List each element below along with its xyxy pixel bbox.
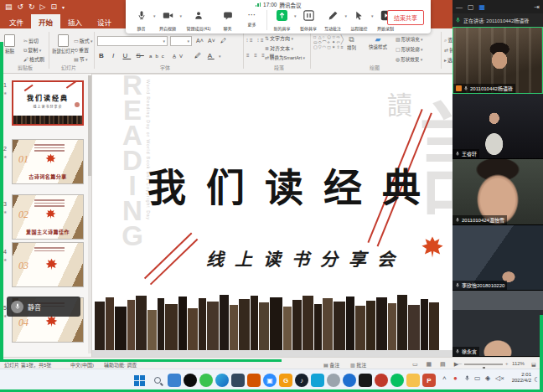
quick-styles-button[interactable]: ▰ 快速样式 [369, 35, 387, 50]
shape-outline-button[interactable]: ▢形状轮廓 ▾ [396, 46, 423, 53]
bullet-list-buttons[interactable]: ⁝≡ ⁝≡ [246, 37, 265, 43]
wecom-icon[interactable] [390, 374, 404, 387]
zoom-percentage[interactable]: 112% [512, 361, 525, 366]
qat-dropdown-icon[interactable]: ▾ [62, 4, 65, 10]
gallery-app-icon[interactable] [327, 374, 340, 387]
remote-control-button[interactable]: 远程操控 [347, 9, 371, 31]
smartart-button[interactable]: ⇄转换为SmartArt ▾ [265, 54, 305, 61]
slide-subtitle[interactable]: 线上读书分享会 [206, 245, 406, 271]
zoom-slider[interactable] [464, 364, 503, 365]
new-share-button[interactable]: 新的共享 [270, 9, 294, 31]
game-center-icon[interactable]: G [279, 374, 292, 387]
tray-volume-icon[interactable]: ◁× [495, 374, 504, 382]
participant-label: 徐永言 [452, 347, 479, 356]
comments-toggle[interactable]: ▥ 批注 [350, 361, 366, 369]
language-indicator[interactable]: 中文(中国) [70, 361, 94, 369]
font-style-buttons[interactable]: B I U S abc A̲V [99, 52, 186, 59]
reset-button[interactable]: ⟲重置 [74, 46, 89, 54]
font-size-select[interactable]: ▾ [170, 36, 192, 46]
scrollbar-thumb[interactable] [88, 75, 91, 176]
active-app-indicator [411, 389, 416, 391]
font-color-buttons[interactable]: 🖉 A ▾ [194, 52, 223, 59]
slide-thumbnail-3[interactable]: 02 爱国主义诗篇佳作 [12, 194, 84, 240]
participant-video-2[interactable]: 王睿轩 [452, 94, 543, 160]
search-icon[interactable] [151, 374, 164, 387]
red-diagonal-lines [142, 230, 209, 297]
copy-button[interactable]: ⧉复制 ▾ [23, 46, 41, 54]
file-explorer-icon[interactable] [406, 374, 420, 387]
participant-video-5[interactable]: 徐永言 [452, 291, 543, 357]
tencent-meeting-icon[interactable]: ▣ [263, 374, 277, 387]
save-icon[interactable]: ▤ [5, 3, 13, 11]
participant-video-3[interactable]: 2011010424温怡雪 [452, 159, 543, 225]
arrange-button[interactable]: ⧉ 排列 [347, 35, 356, 51]
grow-font-icon[interactable]: A˄ [196, 38, 204, 44]
manage-members-button[interactable]: 管理成员(41) [182, 9, 215, 31]
font-name-select[interactable]: ▾ [97, 36, 168, 46]
taskbar-clock[interactable]: 2:01 2022/4/2 [512, 372, 531, 384]
layout-icon[interactable]: ▢ [468, 3, 474, 11]
minimize-icon[interactable]: — [456, 3, 463, 11]
security-app-icon[interactable] [231, 374, 245, 387]
tray-expand-icon[interactable]: ˄ [442, 374, 447, 382]
undo-icon[interactable]: ↺ [18, 3, 24, 11]
tray-recording-icon[interactable]: ● [453, 374, 458, 382]
format-painter-button[interactable]: 🖌格式刷 [23, 55, 44, 63]
text-direction-button[interactable]: ⇅文字方向 ▾ [265, 34, 293, 42]
wechat-icon[interactable] [199, 374, 213, 387]
slideshow-icon[interactable]: ▷ [40, 3, 46, 11]
section-button[interactable]: ▤节 ▾ [74, 55, 88, 63]
chat-button[interactable]: 聊天 [215, 9, 240, 31]
thumbnail-scrollbar[interactable] [88, 75, 91, 353]
end-share-button[interactable]: 结束共享 [387, 10, 424, 25]
cut-button[interactable]: ✂剪切 [23, 37, 39, 44]
slide-thumbnail-2[interactable]: 01 古诗词名篇分享 [12, 139, 84, 184]
more-button[interactable]: ⋯ 更多 [240, 9, 264, 27]
task-view-icon[interactable] [168, 374, 181, 387]
accessibility-status[interactable]: 辅助功能: 调查 [104, 361, 137, 369]
tray-mic-icon[interactable] [464, 374, 470, 384]
paste-button[interactable]: 粘贴 [4, 34, 15, 54]
shapes-gallery[interactable]: □△○⬠☆⇨╲ ▭◇⌒⟡✦⇦╱ ▢▽◠◻✶⇧≡ [313, 35, 344, 49]
office-icon[interactable] [247, 374, 261, 387]
new-slide-button[interactable]: 新建幻灯片 [52, 34, 75, 54]
notification-center-icon[interactable]: ☾ [534, 376, 540, 384]
shape-fill-button[interactable]: ▨形状填充 ▾ [396, 36, 423, 43]
slide-title[interactable]: 我们读经典 [147, 157, 441, 212]
layout-button[interactable]: ▭版式 ▾ [74, 37, 93, 44]
edge-icon[interactable] [215, 374, 229, 387]
slide-canvas[interactable]: R E A D I N G World Reading Day or World… [92, 74, 452, 357]
z-app-icon[interactable] [359, 374, 372, 387]
slide-thumbnail-4[interactable]: 03 [12, 242, 84, 287]
start-video-button[interactable]: 开启视频 [156, 9, 180, 31]
qq-icon[interactable] [184, 374, 197, 387]
present-icon[interactable]: ⊡ [51, 3, 58, 11]
redo-icon[interactable]: ↻ [28, 3, 35, 11]
annotation-button[interactable]: 互动批注 [321, 9, 345, 31]
shape-effects-button[interactable]: ◍形状效果 ▾ [396, 56, 422, 63]
collapse-panel-icon[interactable]: ⇥ [534, 3, 540, 11]
view-mode-buttons[interactable]: ▭ ▦ ▤ ▶ [412, 361, 462, 368]
cloud-app-icon[interactable] [311, 374, 324, 387]
align-text-button[interactable]: ≣对齐文本 ▾ [265, 44, 293, 52]
participant-video-1[interactable]: 2011010442杨语锋 [452, 27, 543, 94]
tray-display-icon[interactable]: ▭ [474, 374, 481, 382]
participant-video-4[interactable]: 李欣怡2018010220 [452, 225, 543, 291]
powerpoint-icon[interactable]: P [422, 374, 436, 387]
mute-button[interactable]: 静音 [129, 9, 153, 31]
zoom-in-button[interactable]: + [505, 361, 509, 366]
netease-music-icon[interactable] [375, 374, 388, 387]
clear-format-icon[interactable]: 🖍 [220, 38, 226, 44]
start-button[interactable] [132, 374, 146, 387]
shrink-font-icon[interactable]: A˅ [208, 38, 215, 44]
fit-to-window-icon[interactable]: ⬓ [531, 361, 536, 367]
notes-toggle[interactable]: ▤ 备注 [323, 361, 339, 369]
zoom-out-button[interactable]: — [457, 361, 462, 366]
grid-view-icon[interactable]: ▦ [479, 3, 486, 11]
browser-app-icon[interactable] [343, 374, 356, 387]
slide-thumbnail-1[interactable]: 我们读经典 线上读书分享会 [12, 80, 84, 126]
music-app-icon[interactable]: ♪ [295, 374, 308, 387]
tray-network-icon[interactable]: ◈ [485, 374, 490, 382]
pause-share-button[interactable]: 暂停共享 [297, 9, 321, 31]
thumb1-redline [24, 85, 34, 91]
